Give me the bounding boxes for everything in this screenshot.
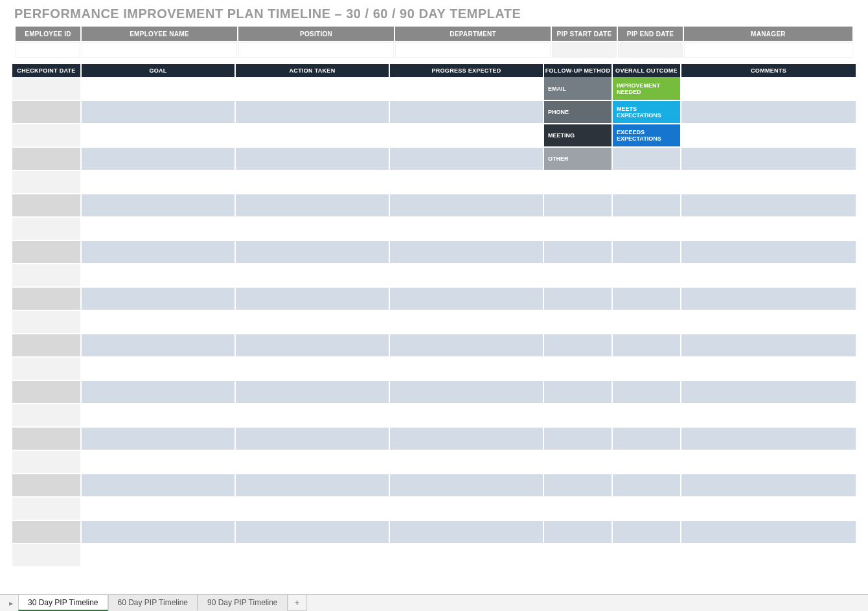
cell-action-taken[interactable] bbox=[235, 520, 389, 544]
cell-outcome[interactable] bbox=[612, 474, 681, 497]
cell-progress-expected[interactable] bbox=[389, 334, 543, 357]
cell-progress-expected[interactable] bbox=[389, 170, 543, 194]
cell-progress-expected[interactable] bbox=[389, 287, 543, 310]
cell-comments[interactable] bbox=[681, 124, 856, 147]
cell-progress-expected[interactable] bbox=[389, 100, 543, 124]
cell-progress-expected[interactable] bbox=[389, 520, 543, 544]
cell-goal[interactable] bbox=[81, 357, 235, 380]
cell-action-taken[interactable] bbox=[235, 497, 389, 520]
cell-checkpoint-date[interactable] bbox=[12, 450, 81, 474]
cell-outcome[interactable] bbox=[612, 240, 681, 264]
tab-60-day[interactable]: 60 Day PIP Timeline bbox=[108, 595, 198, 611]
cell-checkpoint-date[interactable] bbox=[12, 264, 81, 287]
cell-progress-expected[interactable] bbox=[389, 404, 543, 427]
cell-checkpoint-date[interactable] bbox=[12, 544, 81, 567]
cell-follow-up[interactable]: PHONE bbox=[543, 100, 612, 124]
cell-goal[interactable] bbox=[81, 124, 235, 147]
cell-comments[interactable] bbox=[681, 264, 856, 287]
cell-progress-expected[interactable] bbox=[389, 310, 543, 334]
cell-comments[interactable] bbox=[681, 310, 856, 334]
cell-checkpoint-date[interactable] bbox=[12, 474, 81, 497]
cell-pip-end[interactable] bbox=[618, 42, 683, 58]
cell-outcome[interactable] bbox=[612, 520, 681, 544]
cell-comments[interactable] bbox=[681, 77, 856, 100]
cell-checkpoint-date[interactable] bbox=[12, 520, 81, 544]
cell-action-taken[interactable] bbox=[235, 427, 389, 450]
cell-progress-expected[interactable] bbox=[389, 77, 543, 100]
cell-outcome[interactable] bbox=[612, 427, 681, 450]
cell-outcome[interactable]: IMPROVEMENT NEEDED bbox=[612, 77, 681, 100]
cell-follow-up[interactable]: OTHER bbox=[543, 147, 612, 170]
cell-outcome[interactable] bbox=[612, 310, 681, 334]
cell-follow-up[interactable] bbox=[543, 170, 612, 194]
cell-comments[interactable] bbox=[681, 544, 856, 567]
cell-outcome[interactable] bbox=[612, 147, 681, 170]
cell-outcome[interactable] bbox=[612, 544, 681, 567]
cell-checkpoint-date[interactable] bbox=[12, 427, 81, 450]
cell-comments[interactable] bbox=[681, 147, 856, 170]
cell-goal[interactable] bbox=[81, 520, 235, 544]
tab-scroll-right-icon[interactable]: ▸ bbox=[4, 595, 18, 611]
cell-comments[interactable] bbox=[681, 357, 856, 380]
cell-progress-expected[interactable] bbox=[389, 497, 543, 520]
cell-progress-expected[interactable] bbox=[389, 264, 543, 287]
cell-action-taken[interactable] bbox=[235, 287, 389, 310]
cell-follow-up[interactable] bbox=[543, 427, 612, 450]
cell-checkpoint-date[interactable] bbox=[12, 217, 81, 240]
cell-goal[interactable] bbox=[81, 404, 235, 427]
cell-action-taken[interactable] bbox=[235, 264, 389, 287]
cell-checkpoint-date[interactable] bbox=[12, 404, 81, 427]
cell-outcome[interactable]: EXCEEDS EXPECTATIONS bbox=[612, 124, 681, 147]
cell-progress-expected[interactable] bbox=[389, 450, 543, 474]
cell-checkpoint-date[interactable] bbox=[12, 310, 81, 334]
cell-outcome[interactable] bbox=[612, 497, 681, 520]
cell-follow-up[interactable]: EMAIL bbox=[543, 77, 612, 100]
cell-action-taken[interactable] bbox=[235, 124, 389, 147]
cell-action-taken[interactable] bbox=[235, 357, 389, 380]
cell-goal[interactable] bbox=[81, 380, 235, 404]
cell-goal[interactable] bbox=[81, 474, 235, 497]
cell-action-taken[interactable] bbox=[235, 404, 389, 427]
cell-goal[interactable] bbox=[81, 100, 235, 124]
cell-outcome[interactable] bbox=[612, 217, 681, 240]
cell-action-taken[interactable] bbox=[235, 194, 389, 217]
cell-comments[interactable] bbox=[681, 100, 856, 124]
cell-follow-up[interactable] bbox=[543, 544, 612, 567]
cell-outcome[interactable] bbox=[612, 334, 681, 357]
cell-checkpoint-date[interactable] bbox=[12, 194, 81, 217]
cell-goal[interactable] bbox=[81, 217, 235, 240]
cell-employee-id[interactable] bbox=[16, 42, 80, 58]
cell-progress-expected[interactable] bbox=[389, 380, 543, 404]
cell-follow-up[interactable] bbox=[543, 287, 612, 310]
cell-checkpoint-date[interactable] bbox=[12, 147, 81, 170]
cell-comments[interactable] bbox=[681, 497, 856, 520]
cell-comments[interactable] bbox=[681, 194, 856, 217]
tab-90-day[interactable]: 90 Day PIP Timeline bbox=[198, 595, 288, 611]
cell-checkpoint-date[interactable] bbox=[12, 497, 81, 520]
cell-comments[interactable] bbox=[681, 520, 856, 544]
cell-follow-up[interactable] bbox=[543, 404, 612, 427]
cell-progress-expected[interactable] bbox=[389, 124, 543, 147]
cell-comments[interactable] bbox=[681, 240, 856, 264]
cell-employee-name[interactable] bbox=[82, 42, 237, 58]
cell-progress-expected[interactable] bbox=[389, 357, 543, 380]
cell-comments[interactable] bbox=[681, 287, 856, 310]
cell-goal[interactable] bbox=[81, 77, 235, 100]
cell-comments[interactable] bbox=[681, 334, 856, 357]
cell-goal[interactable] bbox=[81, 194, 235, 217]
cell-follow-up[interactable] bbox=[543, 474, 612, 497]
cell-comments[interactable] bbox=[681, 170, 856, 194]
cell-follow-up[interactable] bbox=[543, 497, 612, 520]
cell-follow-up[interactable] bbox=[543, 310, 612, 334]
cell-progress-expected[interactable] bbox=[389, 474, 543, 497]
cell-action-taken[interactable] bbox=[235, 310, 389, 334]
cell-follow-up[interactable] bbox=[543, 450, 612, 474]
cell-action-taken[interactable] bbox=[235, 147, 389, 170]
cell-follow-up[interactable] bbox=[543, 240, 612, 264]
cell-action-taken[interactable] bbox=[235, 100, 389, 124]
cell-outcome[interactable]: MEETS EXPECTATIONS bbox=[612, 100, 681, 124]
cell-goal[interactable] bbox=[81, 147, 235, 170]
cell-goal[interactable] bbox=[81, 427, 235, 450]
cell-checkpoint-date[interactable] bbox=[12, 357, 81, 380]
cell-outcome[interactable] bbox=[612, 264, 681, 287]
